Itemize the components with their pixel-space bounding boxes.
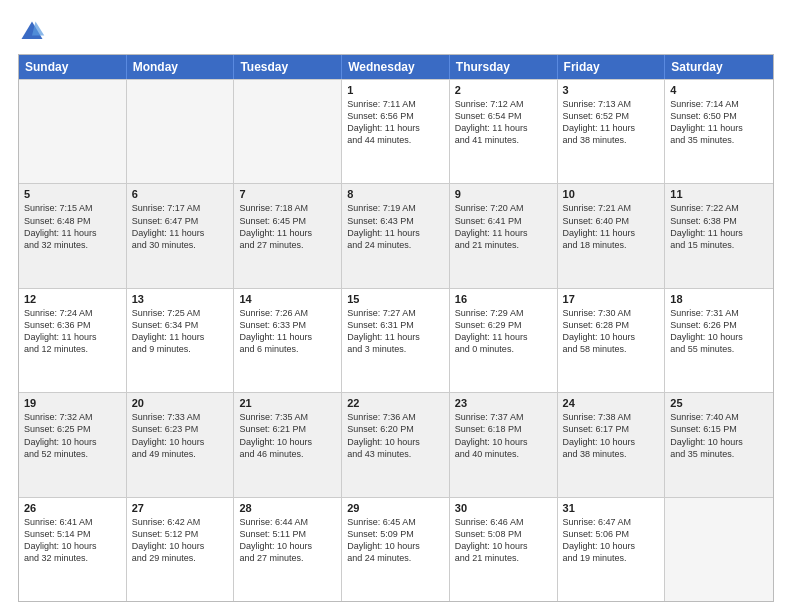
day-info: Sunrise: 7:12 AM Sunset: 6:54 PM Dayligh… [455,98,552,147]
day-header-sunday: Sunday [19,55,127,79]
day-number: 15 [347,293,444,305]
day-info: Sunrise: 6:46 AM Sunset: 5:08 PM Dayligh… [455,516,552,565]
day-number: 18 [670,293,768,305]
day-number: 24 [563,397,660,409]
day-number: 30 [455,502,552,514]
day-header-wednesday: Wednesday [342,55,450,79]
day-header-saturday: Saturday [665,55,773,79]
day-info: Sunrise: 7:19 AM Sunset: 6:43 PM Dayligh… [347,202,444,251]
day-cell-29: 29Sunrise: 6:45 AM Sunset: 5:09 PM Dayli… [342,498,450,601]
day-header-thursday: Thursday [450,55,558,79]
day-cell-25: 25Sunrise: 7:40 AM Sunset: 6:15 PM Dayli… [665,393,773,496]
day-cell-16: 16Sunrise: 7:29 AM Sunset: 6:29 PM Dayli… [450,289,558,392]
day-cell-24: 24Sunrise: 7:38 AM Sunset: 6:17 PM Dayli… [558,393,666,496]
calendar-body: 1Sunrise: 7:11 AM Sunset: 6:56 PM Daylig… [19,79,773,601]
day-number: 8 [347,188,444,200]
day-cell-21: 21Sunrise: 7:35 AM Sunset: 6:21 PM Dayli… [234,393,342,496]
day-number: 10 [563,188,660,200]
calendar-row-1: 5Sunrise: 7:15 AM Sunset: 6:48 PM Daylig… [19,183,773,287]
day-header-monday: Monday [127,55,235,79]
day-number: 23 [455,397,552,409]
day-number: 12 [24,293,121,305]
day-number: 14 [239,293,336,305]
day-cell-7: 7Sunrise: 7:18 AM Sunset: 6:45 PM Daylig… [234,184,342,287]
day-info: Sunrise: 7:37 AM Sunset: 6:18 PM Dayligh… [455,411,552,460]
day-cell-28: 28Sunrise: 6:44 AM Sunset: 5:11 PM Dayli… [234,498,342,601]
day-number: 3 [563,84,660,96]
calendar-row-2: 12Sunrise: 7:24 AM Sunset: 6:36 PM Dayli… [19,288,773,392]
day-info: Sunrise: 6:42 AM Sunset: 5:12 PM Dayligh… [132,516,229,565]
day-info: Sunrise: 7:35 AM Sunset: 6:21 PM Dayligh… [239,411,336,460]
day-info: Sunrise: 7:14 AM Sunset: 6:50 PM Dayligh… [670,98,768,147]
day-cell-30: 30Sunrise: 6:46 AM Sunset: 5:08 PM Dayli… [450,498,558,601]
day-info: Sunrise: 7:36 AM Sunset: 6:20 PM Dayligh… [347,411,444,460]
day-cell-20: 20Sunrise: 7:33 AM Sunset: 6:23 PM Dayli… [127,393,235,496]
day-info: Sunrise: 7:29 AM Sunset: 6:29 PM Dayligh… [455,307,552,356]
day-number: 13 [132,293,229,305]
day-cell-1: 1Sunrise: 7:11 AM Sunset: 6:56 PM Daylig… [342,80,450,183]
logo-icon [18,18,46,46]
day-cell-22: 22Sunrise: 7:36 AM Sunset: 6:20 PM Dayli… [342,393,450,496]
logo [18,18,50,46]
day-number: 11 [670,188,768,200]
day-info: Sunrise: 7:21 AM Sunset: 6:40 PM Dayligh… [563,202,660,251]
day-cell-23: 23Sunrise: 7:37 AM Sunset: 6:18 PM Dayli… [450,393,558,496]
empty-cell-0-0 [19,80,127,183]
day-cell-17: 17Sunrise: 7:30 AM Sunset: 6:28 PM Dayli… [558,289,666,392]
page: SundayMondayTuesdayWednesdayThursdayFrid… [0,0,792,612]
day-number: 16 [455,293,552,305]
day-cell-4: 4Sunrise: 7:14 AM Sunset: 6:50 PM Daylig… [665,80,773,183]
day-info: Sunrise: 7:32 AM Sunset: 6:25 PM Dayligh… [24,411,121,460]
day-number: 20 [132,397,229,409]
day-cell-3: 3Sunrise: 7:13 AM Sunset: 6:52 PM Daylig… [558,80,666,183]
day-cell-26: 26Sunrise: 6:41 AM Sunset: 5:14 PM Dayli… [19,498,127,601]
day-info: Sunrise: 7:40 AM Sunset: 6:15 PM Dayligh… [670,411,768,460]
day-info: Sunrise: 7:31 AM Sunset: 6:26 PM Dayligh… [670,307,768,356]
day-info: Sunrise: 7:24 AM Sunset: 6:36 PM Dayligh… [24,307,121,356]
day-info: Sunrise: 7:15 AM Sunset: 6:48 PM Dayligh… [24,202,121,251]
day-info: Sunrise: 6:41 AM Sunset: 5:14 PM Dayligh… [24,516,121,565]
day-number: 17 [563,293,660,305]
day-cell-10: 10Sunrise: 7:21 AM Sunset: 6:40 PM Dayli… [558,184,666,287]
day-info: Sunrise: 7:33 AM Sunset: 6:23 PM Dayligh… [132,411,229,460]
day-cell-31: 31Sunrise: 6:47 AM Sunset: 5:06 PM Dayli… [558,498,666,601]
calendar-header: SundayMondayTuesdayWednesdayThursdayFrid… [19,55,773,79]
day-number: 27 [132,502,229,514]
day-cell-13: 13Sunrise: 7:25 AM Sunset: 6:34 PM Dayli… [127,289,235,392]
day-cell-6: 6Sunrise: 7:17 AM Sunset: 6:47 PM Daylig… [127,184,235,287]
day-number: 28 [239,502,336,514]
day-number: 6 [132,188,229,200]
calendar-row-4: 26Sunrise: 6:41 AM Sunset: 5:14 PM Dayli… [19,497,773,601]
day-number: 26 [24,502,121,514]
day-info: Sunrise: 7:22 AM Sunset: 6:38 PM Dayligh… [670,202,768,251]
day-header-tuesday: Tuesday [234,55,342,79]
day-number: 4 [670,84,768,96]
header [18,18,774,46]
day-number: 29 [347,502,444,514]
day-info: Sunrise: 7:13 AM Sunset: 6:52 PM Dayligh… [563,98,660,147]
day-number: 21 [239,397,336,409]
day-info: Sunrise: 7:18 AM Sunset: 6:45 PM Dayligh… [239,202,336,251]
day-number: 9 [455,188,552,200]
day-number: 1 [347,84,444,96]
day-info: Sunrise: 7:27 AM Sunset: 6:31 PM Dayligh… [347,307,444,356]
day-info: Sunrise: 7:30 AM Sunset: 6:28 PM Dayligh… [563,307,660,356]
day-cell-19: 19Sunrise: 7:32 AM Sunset: 6:25 PM Dayli… [19,393,127,496]
day-cell-9: 9Sunrise: 7:20 AM Sunset: 6:41 PM Daylig… [450,184,558,287]
day-cell-5: 5Sunrise: 7:15 AM Sunset: 6:48 PM Daylig… [19,184,127,287]
day-info: Sunrise: 7:25 AM Sunset: 6:34 PM Dayligh… [132,307,229,356]
day-number: 25 [670,397,768,409]
day-cell-27: 27Sunrise: 6:42 AM Sunset: 5:12 PM Dayli… [127,498,235,601]
day-info: Sunrise: 7:38 AM Sunset: 6:17 PM Dayligh… [563,411,660,460]
empty-cell-0-1 [127,80,235,183]
day-info: Sunrise: 7:20 AM Sunset: 6:41 PM Dayligh… [455,202,552,251]
day-number: 2 [455,84,552,96]
day-number: 7 [239,188,336,200]
day-number: 5 [24,188,121,200]
day-cell-12: 12Sunrise: 7:24 AM Sunset: 6:36 PM Dayli… [19,289,127,392]
day-cell-14: 14Sunrise: 7:26 AM Sunset: 6:33 PM Dayli… [234,289,342,392]
day-cell-15: 15Sunrise: 7:27 AM Sunset: 6:31 PM Dayli… [342,289,450,392]
day-cell-2: 2Sunrise: 7:12 AM Sunset: 6:54 PM Daylig… [450,80,558,183]
day-cell-11: 11Sunrise: 7:22 AM Sunset: 6:38 PM Dayli… [665,184,773,287]
day-number: 22 [347,397,444,409]
